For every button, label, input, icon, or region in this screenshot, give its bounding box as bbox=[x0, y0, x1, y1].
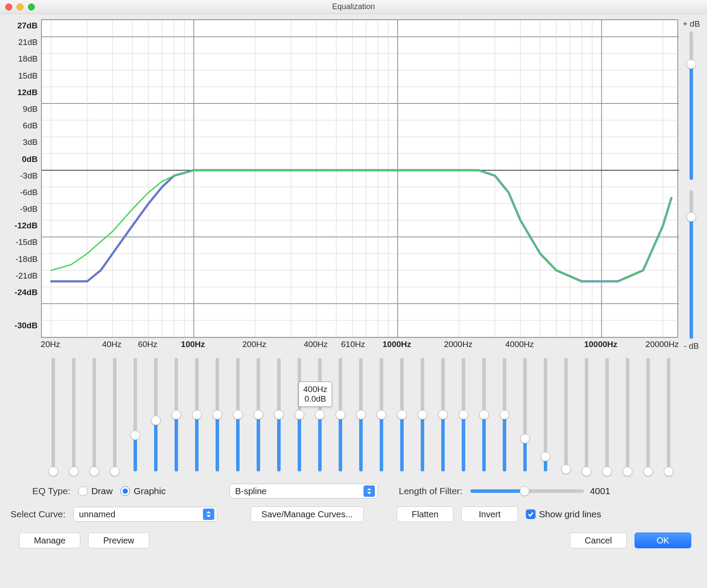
y-tick: -24dB bbox=[6, 288, 41, 304]
x-tick: 40Hz bbox=[102, 340, 121, 349]
y-tick: 6dB bbox=[6, 121, 41, 138]
eq-type-graphic-radio[interactable]: Graphic bbox=[120, 486, 166, 496]
y-tick: 18dB bbox=[6, 54, 41, 71]
eq-band-slider[interactable] bbox=[371, 358, 391, 476]
band-tooltip: 400Hz 0.0dB bbox=[299, 382, 332, 407]
y-tick: -12dB bbox=[6, 221, 41, 237]
eq-band-slider[interactable] bbox=[248, 358, 268, 476]
x-tick: 4000Hz bbox=[505, 340, 534, 349]
eq-band-slider[interactable] bbox=[350, 358, 371, 476]
eq-band-slider[interactable] bbox=[145, 358, 166, 476]
eq-type-draw-radio[interactable]: Draw bbox=[78, 486, 113, 496]
cancel-button[interactable]: Cancel bbox=[570, 533, 627, 548]
eq-band-slider[interactable] bbox=[535, 358, 556, 476]
tooltip-hz: 400Hz bbox=[303, 385, 327, 394]
invert-button[interactable]: Invert bbox=[461, 506, 518, 522]
eq-band-slider[interactable] bbox=[268, 358, 289, 476]
eq-band-slider[interactable] bbox=[617, 358, 638, 476]
eq-band-slider[interactable] bbox=[186, 358, 207, 476]
y-tick: -18dB bbox=[6, 254, 41, 271]
draw-radio-label: Draw bbox=[91, 486, 113, 496]
x-tick: 400Hz bbox=[304, 340, 328, 349]
x-tick: 1000Hz bbox=[383, 340, 412, 349]
eq-band-slider[interactable] bbox=[556, 358, 576, 476]
x-tick: 610Hz bbox=[341, 340, 365, 349]
dropdown-caret-icon bbox=[364, 485, 375, 497]
save-manage-curves-button[interactable]: Save/Manage Curves... bbox=[251, 506, 364, 522]
plus-db-slider[interactable] bbox=[690, 31, 693, 180]
y-tick: 3dB bbox=[6, 138, 41, 154]
x-tick: 2000Hz bbox=[444, 340, 473, 349]
y-tick: 12dB bbox=[6, 88, 41, 104]
filter-length-slider[interactable] bbox=[470, 489, 584, 493]
x-tick: 100Hz bbox=[181, 340, 205, 349]
curve-select[interactable]: unnamed bbox=[73, 507, 217, 522]
eq-band-slider[interactable] bbox=[658, 358, 679, 476]
y-tick: -6dB bbox=[6, 188, 41, 204]
y-tick: 9dB bbox=[6, 104, 41, 121]
gridlines-label: Show grid lines bbox=[539, 509, 601, 519]
minus-db-slider[interactable] bbox=[690, 190, 693, 339]
preview-button[interactable]: Preview bbox=[88, 533, 149, 548]
minus-db-label: - dB bbox=[684, 341, 699, 351]
eq-band-slider[interactable] bbox=[638, 358, 658, 476]
eq-band-slider[interactable] bbox=[432, 358, 453, 476]
curve-select-value: unnamed bbox=[79, 509, 115, 519]
y-tick: 15dB bbox=[6, 71, 41, 88]
interpolation-select[interactable]: B-spline bbox=[230, 484, 378, 499]
eq-band-slider[interactable] bbox=[43, 358, 63, 476]
eq-band-slider[interactable] bbox=[207, 358, 227, 476]
y-tick: 27dB bbox=[6, 21, 41, 38]
window-title: Equalization bbox=[0, 2, 707, 11]
y-tick: -15dB bbox=[6, 237, 41, 254]
y-tick: 0dB bbox=[6, 155, 41, 171]
eq-band-slider[interactable] bbox=[391, 358, 412, 476]
graphic-radio-label: Graphic bbox=[134, 486, 166, 496]
interpolation-value: B-spline bbox=[235, 486, 267, 496]
filter-length-value: 4001 bbox=[590, 486, 611, 496]
x-tick: 10000Hz bbox=[584, 340, 617, 349]
titlebar: Equalization bbox=[0, 0, 707, 14]
tooltip-db: 0.0dB bbox=[303, 394, 327, 404]
select-curve-label: Select Curve: bbox=[10, 509, 65, 519]
y-tick: -9dB bbox=[6, 204, 41, 221]
eq-band-slider[interactable] bbox=[166, 358, 186, 476]
eq-type-label: EQ Type: bbox=[32, 486, 70, 496]
eq-band-slider[interactable] bbox=[227, 358, 248, 476]
y-tick: -3dB bbox=[6, 171, 41, 188]
eq-band-slider[interactable] bbox=[494, 358, 515, 476]
eq-band-slider[interactable] bbox=[309, 358, 330, 476]
eq-band-slider[interactable] bbox=[125, 358, 145, 476]
eq-band-slider[interactable] bbox=[474, 358, 494, 476]
x-tick: 200Hz bbox=[242, 340, 266, 349]
eq-band-slider[interactable] bbox=[576, 358, 597, 476]
checkmark-icon bbox=[526, 509, 535, 519]
y-tick: -21dB bbox=[6, 271, 41, 288]
eq-band-slider[interactable] bbox=[453, 358, 474, 476]
eq-band-slider[interactable] bbox=[289, 358, 309, 476]
x-tick: 20Hz bbox=[41, 340, 60, 349]
manage-button[interactable]: Manage bbox=[19, 533, 80, 548]
eq-band-slider[interactable] bbox=[330, 358, 350, 476]
db-axis: 27dB21dB18dB15dB12dB9dB6dB3dB0dB-3dB-6dB… bbox=[6, 19, 41, 354]
x-tick: 60Hz bbox=[138, 340, 157, 349]
y-tick bbox=[6, 304, 41, 321]
eq-band-slider[interactable] bbox=[412, 358, 432, 476]
y-tick: -30dB bbox=[6, 321, 41, 337]
hz-axis: 20Hz40Hz60Hz100Hz200Hz400Hz610Hz1000Hz20… bbox=[41, 338, 678, 350]
graphic-eq-sliders bbox=[6, 358, 701, 476]
y-tick: 21dB bbox=[6, 38, 41, 54]
eq-band-slider[interactable] bbox=[104, 358, 125, 476]
eq-graph[interactable] bbox=[41, 19, 678, 338]
eq-band-slider[interactable] bbox=[597, 358, 617, 476]
eq-band-slider[interactable] bbox=[515, 358, 535, 476]
ok-button[interactable]: OK bbox=[635, 533, 691, 548]
plus-db-label: + dB bbox=[683, 19, 700, 29]
dropdown-caret-icon bbox=[203, 509, 214, 520]
flatten-button[interactable]: Flatten bbox=[397, 506, 453, 522]
eq-band-slider[interactable] bbox=[63, 358, 84, 476]
length-label: Length of Filter: bbox=[399, 486, 463, 496]
eq-band-slider[interactable] bbox=[84, 358, 104, 476]
x-tick: 20000Hz bbox=[645, 340, 679, 349]
gridlines-checkbox[interactable]: Show grid lines bbox=[526, 509, 601, 519]
